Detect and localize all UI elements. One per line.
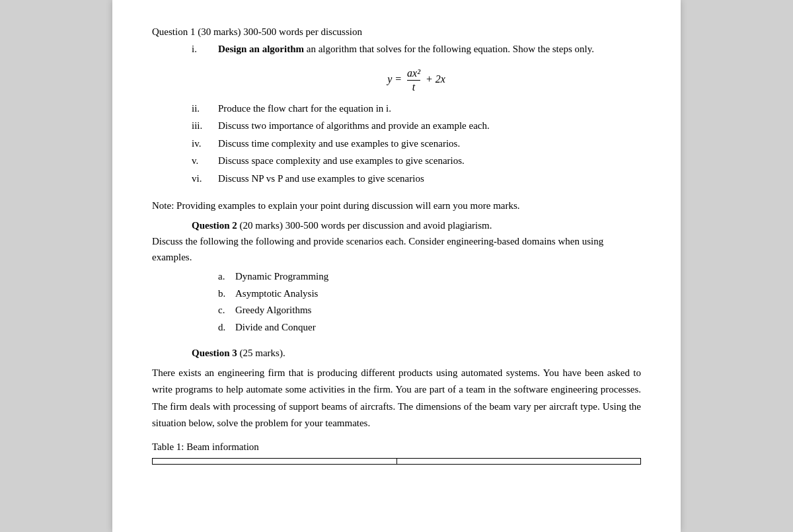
q1-sub-ii-content: Produce the flow chart for the equation … xyxy=(218,101,641,116)
table-caption: Table 1: Beam information xyxy=(152,439,641,456)
math-fraction: ax² t xyxy=(407,67,420,93)
question-3-block: Question 3 (25 marks). There exists an e… xyxy=(152,345,641,465)
q1-sub-iv: iv. Discuss time complexity and use exam… xyxy=(192,136,641,151)
q1-sub-v: v. Discuss space complexity and use exam… xyxy=(192,153,641,169)
list-item-b-text: Asymptotic Analysis xyxy=(235,286,318,301)
q2-title-bold: Question 2 xyxy=(192,220,237,231)
table-header-row xyxy=(153,459,641,465)
q2-title-line: Question 2 (20 marks) 300-500 words per … xyxy=(152,217,641,233)
q1-title-bold: Question 1 xyxy=(152,26,195,37)
math-rhs: + 2x xyxy=(426,73,445,85)
question-2-block: Question 2 (20 marks) 300-500 words per … xyxy=(152,217,641,334)
q1-marks: (30 marks) 300-500 words per discussion xyxy=(198,26,362,37)
list-item-b: b. Asymptotic Analysis xyxy=(218,286,641,301)
math-lhs: y = xyxy=(387,73,402,85)
question-1-title: Question 1 (30 marks) 300-500 words per … xyxy=(152,26,641,38)
q2-marks: (20 marks) 300-500 words per discussion … xyxy=(240,220,492,231)
q1-sub-i: i. Design an algorithm an algorithm that… xyxy=(192,42,641,57)
list-item-a-text: Dynamic Programming xyxy=(235,269,328,284)
q2-list-items: a. Dynamic Programming b. Asymptotic Ana… xyxy=(218,269,641,334)
q1-sub-items: i. Design an algorithm an algorithm that… xyxy=(192,42,641,186)
q1-sub-iii-label: iii. xyxy=(192,118,218,133)
q1-sub-i-text: an algorithm that solves for the followi… xyxy=(304,44,594,54)
q1-sub-v-content: Discuss space complexity and use example… xyxy=(218,153,641,169)
q1-sub-vi-content: Discuss NP vs P and use examples to give… xyxy=(218,171,641,186)
beam-table xyxy=(152,458,641,465)
q1-sub-vi: vi. Discuss NP vs P and use examples to … xyxy=(192,171,641,186)
question-1-block: Question 1 (30 marks) 300-500 words per … xyxy=(152,26,641,186)
q3-marks: (25 marks). xyxy=(240,348,285,358)
q1-sub-i-bold: Design an algorithm xyxy=(218,44,304,54)
page-container: Question 1 (30 marks) 300-500 words per … xyxy=(112,0,681,532)
list-item-c: c. Greedy Algorithms xyxy=(218,303,641,318)
note-text: Note: Providing examples to explain your… xyxy=(152,200,520,211)
q1-sub-iii-content: Discuss two importance of algorithms and… xyxy=(218,118,641,133)
q1-sub-iii: iii. Discuss two importance of algorithm… xyxy=(192,118,641,133)
list-item-c-label: c. xyxy=(218,303,235,318)
q1-sub-v-label: v. xyxy=(192,153,218,169)
q1-sub-ii-label: ii. xyxy=(192,101,218,116)
q3-body: There exists an engineering firm that is… xyxy=(152,365,641,432)
list-item-a-label: a. xyxy=(218,269,235,284)
q1-sub-i-content: Design an algorithm an algorithm that so… xyxy=(218,42,641,57)
list-item-b-label: b. xyxy=(218,286,235,301)
list-item-d: d. Divide and Conquer xyxy=(218,320,641,335)
q1-sub-ii: ii. Produce the flow chart for the equat… xyxy=(192,101,641,116)
math-formula: y = ax² t + 2x xyxy=(192,67,641,93)
table-header-cell-2 xyxy=(397,459,641,465)
q1-sub-i-label: i. xyxy=(192,42,218,57)
q1-sub-iv-content: Discuss time complexity and use examples… xyxy=(218,136,641,151)
math-denominator: t xyxy=(407,81,420,93)
note-line: Note: Providing examples to explain your… xyxy=(152,198,641,213)
q1-sub-iv-label: iv. xyxy=(192,136,218,151)
list-item-d-label: d. xyxy=(218,320,235,335)
q2-intro: Discuss the following the following and … xyxy=(152,233,641,265)
list-item-a: a. Dynamic Programming xyxy=(218,269,641,284)
q1-sub-vi-label: vi. xyxy=(192,171,218,186)
table-header-cell xyxy=(153,459,397,465)
q3-title-line: Question 3 (25 marks). xyxy=(152,345,641,362)
q3-title-bold: Question 3 xyxy=(192,348,237,358)
list-item-c-text: Greedy Algorithms xyxy=(235,303,311,318)
math-numerator: ax² xyxy=(407,67,420,81)
list-item-d-text: Divide and Conquer xyxy=(235,320,316,335)
